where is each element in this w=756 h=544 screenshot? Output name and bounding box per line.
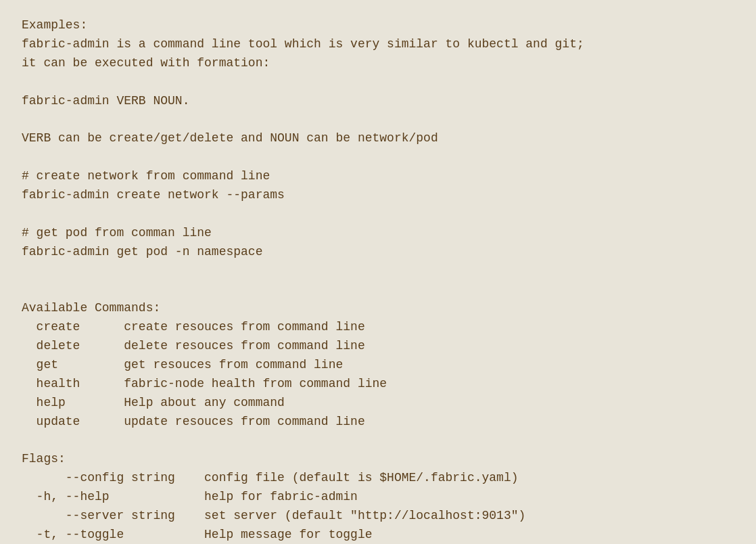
terminal-output: Examples:fabric-admin is a command line … bbox=[22, 16, 734, 544]
flag-help: -h, --help help for fabric-admin bbox=[22, 488, 734, 507]
cmd-create: create create resouces from command line bbox=[22, 318, 734, 337]
line-comment2: # get pod from comman line bbox=[22, 224, 734, 243]
flag-toggle: -t, --toggle Help message for toggle bbox=[22, 526, 734, 544]
blank6 bbox=[22, 280, 734, 299]
line-cmd1: fabric-admin create network --params bbox=[22, 186, 734, 205]
avail-header: Available Commands: bbox=[22, 299, 734, 318]
line-tool-desc2: it can be executed with formation: bbox=[22, 54, 734, 73]
flag-server: --server string set server (default "htt… bbox=[22, 507, 734, 526]
blank7 bbox=[22, 432, 734, 451]
cmd-get: get get resouces from command line bbox=[22, 356, 734, 375]
cmd-help: help Help about any command bbox=[22, 394, 734, 413]
blank4 bbox=[22, 205, 734, 224]
flag-config: --config string config file (default is … bbox=[22, 469, 734, 488]
line-comment1: # create network from command line bbox=[22, 167, 734, 186]
blank3 bbox=[22, 148, 734, 167]
blank1 bbox=[22, 73, 734, 92]
line-formation: fabric-admin VERB NOUN. bbox=[22, 92, 734, 111]
cmd-delete: delete delete resouces from command line bbox=[22, 337, 734, 356]
line-cmd2: fabric-admin get pod -n namespace bbox=[22, 243, 734, 262]
blank5 bbox=[22, 262, 734, 281]
blank2 bbox=[22, 110, 734, 129]
examples-header: Examples: bbox=[22, 16, 734, 35]
flags-header: Flags: bbox=[22, 450, 734, 469]
cmd-health: health fabric-node health from command l… bbox=[22, 375, 734, 394]
line-tool-desc1: fabric-admin is a command line tool whic… bbox=[22, 35, 734, 54]
cmd-update: update update resouces from command line bbox=[22, 413, 734, 432]
line-verb-noun: VERB can be create/get/delete and NOUN c… bbox=[22, 129, 734, 148]
